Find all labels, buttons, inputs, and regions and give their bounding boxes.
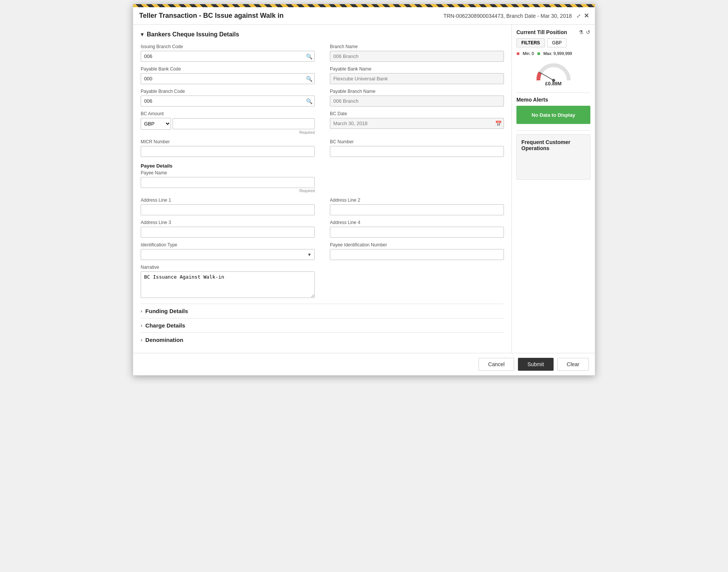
address-line4-input[interactable] [330,227,504,238]
bc-number-group: BC Number [330,139,504,157]
micr-number-input[interactable] [141,146,315,157]
id-type-label: Identification Type [141,242,315,248]
address-line3-group: Address Line 3 [141,220,315,238]
payee-name-input[interactable] [141,177,315,188]
address-line1-label: Address Line 1 [141,197,315,203]
id-type-group: Identification Type ▼ [141,242,315,260]
modal-title: Teller Transaction - BC Issue against Wa… [139,12,284,20]
denomination-title: Denomination [145,337,183,343]
refresh-icon[interactable]: ↺ [586,29,590,35]
id-type-wrapper: ▼ [141,249,315,260]
charge-details-header[interactable]: › Charge Details [141,322,504,329]
address-line1-wrapper [141,204,315,215]
issuing-branch-code-label: Issuing Branch Code [141,44,315,49]
micr-number-wrapper [141,146,315,157]
bc-number-input[interactable] [330,146,504,157]
modal-header: Teller Transaction - BC Issue against Wa… [133,7,595,25]
bc-date-label: BC Date [330,111,504,116]
payable-branch-name-label: Payable Branch Name [330,89,504,94]
funding-details-title: Funding Details [145,308,188,314]
min-label: Min: 0 [522,51,534,56]
clear-button[interactable]: Clear [557,358,589,371]
payable-bank-name-input [330,73,504,84]
narrative-spacer [330,265,504,304]
gauge-container: £0.89M [516,60,590,86]
gauge-value: £0.89M [545,81,562,86]
payee-id-wrapper [330,249,504,260]
bc-date-calendar-icon[interactable]: 📅 [495,121,502,127]
modal-header-right: TRN-0062308900034473, Branch Date - Mar … [443,12,589,19]
filter-row: FILTERS GBP [516,38,590,47]
panel-divider-2 [516,130,590,130]
payable-branch-code-input[interactable] [141,96,315,107]
branch-name-group: Branch Name [330,44,504,62]
payable-branch-code-search-button[interactable]: 🔍 [306,98,312,104]
payable-branch-name-input [330,96,504,107]
hazard-stripe [133,4,595,7]
issuing-branch-code-search-button[interactable]: 🔍 [306,53,312,60]
payee-name-wrapper [141,177,315,188]
main-form: ▾ Bankers Cheque Issuing Details Issuing… [133,25,511,353]
payee-id-input[interactable] [330,249,504,260]
bc-amount-input[interactable] [173,118,315,129]
form-grid: Issuing Branch Code 🔍 Branch Name Payabl… [141,44,504,304]
charge-details-title: Charge Details [145,322,185,329]
payee-name-required: Required [141,189,315,193]
bankers-cheque-section-header: ▾ Bankers Cheque Issuing Details [141,31,504,38]
payee-name-label: Payee Name [141,170,315,176]
min-dot: ■ [516,50,519,56]
bc-date-group: BC Date 📅 [330,111,504,135]
payee-section-label: Payee Details [141,163,504,169]
micr-number-group: MICR Number [141,139,315,157]
branch-name-input [330,51,504,62]
issuing-branch-code-wrapper: 🔍 [141,51,315,62]
bc-amount-label: BC Amount [141,111,315,116]
address-line2-group: Address Line 2 [330,197,504,215]
trn-info: TRN-0062308900034473, Branch Date - Mar … [443,13,572,19]
gbp-button[interactable]: GBP [547,38,566,47]
payable-bank-name-group: Payable Bank Name [330,66,504,84]
payable-bank-code-label: Payable Bank Code [141,66,315,72]
submit-button[interactable]: Submit [518,358,554,371]
cancel-button[interactable]: Cancel [479,358,514,371]
filter-funnel-icon[interactable]: ⚗ [579,29,584,35]
charge-details-arrow-icon: › [141,323,142,328]
charge-details-section: › Charge Details [141,318,504,332]
narrative-group: Narrative BC Issuance Against Walk-in [141,265,315,299]
till-position-icons: ⚗ ↺ [579,29,590,35]
payable-branch-name-group: Payable Branch Name [330,89,504,107]
resize-icon[interactable]: ⤢ [576,13,581,19]
address-line1-input[interactable] [141,204,315,215]
payable-branch-code-label: Payable Branch Code [141,89,315,94]
memo-alerts-header: Memo Alerts [516,97,590,103]
address-line3-wrapper [141,227,315,238]
frequent-customer-section: Frequent Customer Operations [516,134,590,180]
narrative-textarea[interactable]: BC Issuance Against Walk-in [141,271,315,298]
denomination-section: › Denomination [141,332,504,347]
memo-alerts-section: Memo Alerts No Data to Display [516,97,590,124]
id-type-select[interactable] [141,249,315,260]
payable-bank-name-wrapper [330,73,504,84]
address-line2-wrapper [330,204,504,215]
payable-bank-code-input[interactable] [141,73,315,84]
payee-details-header: Payee Details [141,161,504,170]
payable-bank-code-group: Payable Bank Code 🔍 [141,66,315,84]
bc-amount-group: BC Amount GBP Required [141,111,315,135]
narrative-label: Narrative [141,265,315,270]
close-icon[interactable]: ✕ [584,12,589,19]
address-line2-label: Address Line 2 [330,197,504,203]
payable-branch-code-wrapper: 🔍 [141,96,315,107]
denomination-header[interactable]: › Denomination [141,337,504,343]
address-line3-input[interactable] [141,227,315,238]
filters-button[interactable]: FILTERS [516,38,545,47]
bc-date-input [330,118,504,129]
payable-bank-code-search-button[interactable]: 🔍 [306,76,312,82]
collapse-icon[interactable]: ▾ [141,31,144,38]
funding-details-header[interactable]: › Funding Details [141,308,504,314]
payee-name-spacer [330,170,504,197]
max-dot: ■ [537,50,540,56]
till-position-title: Current Till Position [516,29,567,35]
address-line2-input[interactable] [330,204,504,215]
bc-amount-currency-select[interactable]: GBP [141,118,171,130]
issuing-branch-code-input[interactable] [141,51,315,62]
